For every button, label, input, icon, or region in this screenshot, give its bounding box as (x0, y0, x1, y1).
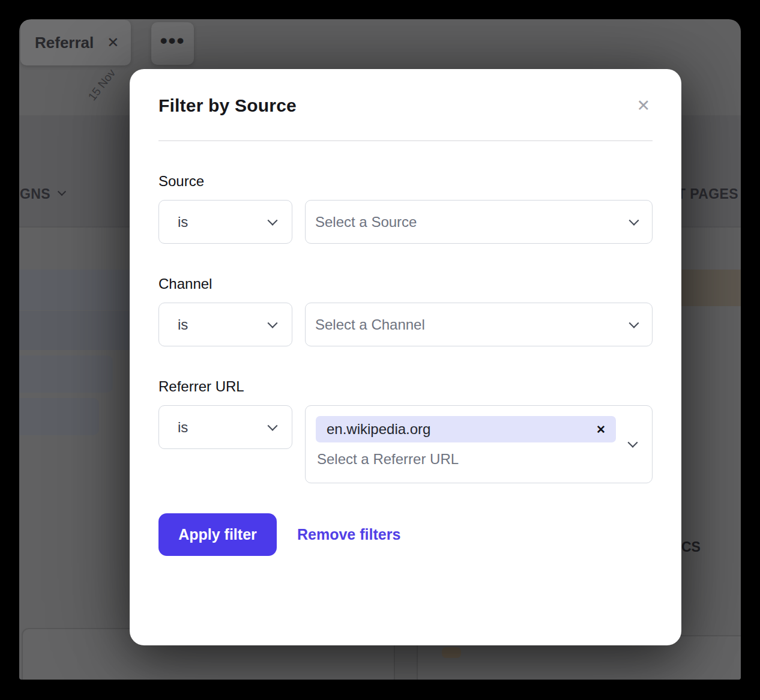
exit-pages-header: T PAGES (677, 186, 738, 202)
channel-operator-select[interactable]: is (158, 303, 292, 346)
channel-label: Channel (158, 276, 653, 292)
modal-title: Filter by Source (158, 95, 297, 116)
search-icon[interactable] (732, 34, 741, 58)
close-icon[interactable]: ✕ (634, 97, 653, 115)
referrer-operator-value: is (178, 419, 188, 436)
legend-dot (442, 647, 461, 658)
chevron-down-icon (58, 187, 66, 196)
apply-filter-button[interactable]: Apply filter (158, 513, 277, 556)
channel-row: is Select a Channel (158, 303, 653, 346)
field-channel: Channel is Select a Channel (158, 276, 653, 346)
channel-placeholder: Select a Channel (315, 316, 425, 333)
source-operator-select[interactable]: is (158, 200, 292, 244)
source-operator-value: is (178, 214, 188, 231)
chevron-down-icon (629, 318, 639, 328)
field-referrer-url: Referrer URL is en.wikipedia.org ✕ Selec… (158, 378, 653, 483)
section-heading-partial: CS (681, 539, 701, 555)
source-row: is Select a Source (158, 200, 653, 244)
referrer-url-row: is en.wikipedia.org ✕ Select a Referrer … (158, 405, 653, 483)
filter-by-source-modal: Filter by Source ✕ Source is Select a So… (130, 69, 681, 645)
channel-operator-value: is (178, 316, 188, 333)
modal-actions: Apply filter Remove filters (158, 513, 653, 556)
referrer-url-label: Referrer URL (158, 378, 653, 395)
screenshot-stage: Referral ✕ ••• 15 Nov GNS T PAGES CS (0, 0, 760, 700)
chevron-down-icon (268, 318, 278, 328)
ellipsis-icon: ••• (160, 29, 185, 52)
channel-value-select[interactable]: Select a Channel (305, 303, 653, 346)
chevron-down-icon (268, 215, 278, 225)
chevron-down-icon (628, 438, 638, 448)
tab-close-icon[interactable]: ✕ (107, 35, 119, 50)
source-label: Source (158, 173, 653, 190)
table-row (19, 355, 113, 393)
field-source: Source is Select a Source (158, 173, 653, 244)
modal-header: Filter by Source ✕ (158, 95, 653, 116)
referrer-operator-select[interactable]: is (158, 405, 292, 449)
more-options-button[interactable]: ••• (151, 22, 194, 65)
source-value-select[interactable]: Select a Source (305, 200, 653, 244)
selected-referrer-value: en.wikipedia.org (327, 421, 430, 438)
remove-filters-link[interactable]: Remove filters (297, 526, 400, 543)
table-row (19, 398, 99, 435)
referrer-value-combobox[interactable]: en.wikipedia.org ✕ Select a Referrer URL (305, 405, 653, 483)
campaigns-header-dropdown[interactable]: GNS (20, 186, 65, 202)
table-row-highlighted (681, 270, 741, 306)
chevron-down-icon (629, 215, 639, 225)
tab-referral-label: Referral (35, 34, 94, 52)
chevron-down-icon (268, 420, 278, 430)
remove-tag-icon[interactable]: ✕ (596, 424, 606, 435)
campaigns-header-label: GNS (20, 186, 50, 202)
chart-date-tick-label: 15 Nov (86, 67, 118, 103)
selected-referrer-tag: en.wikipedia.org ✕ (316, 416, 616, 442)
source-placeholder: Select a Source (315, 214, 417, 231)
modal-divider (158, 140, 653, 141)
referrer-placeholder: Select a Referrer URL (317, 451, 638, 468)
exit-pages-header-label: T PAGES (677, 186, 738, 202)
tab-referral[interactable]: Referral ✕ (20, 20, 131, 65)
